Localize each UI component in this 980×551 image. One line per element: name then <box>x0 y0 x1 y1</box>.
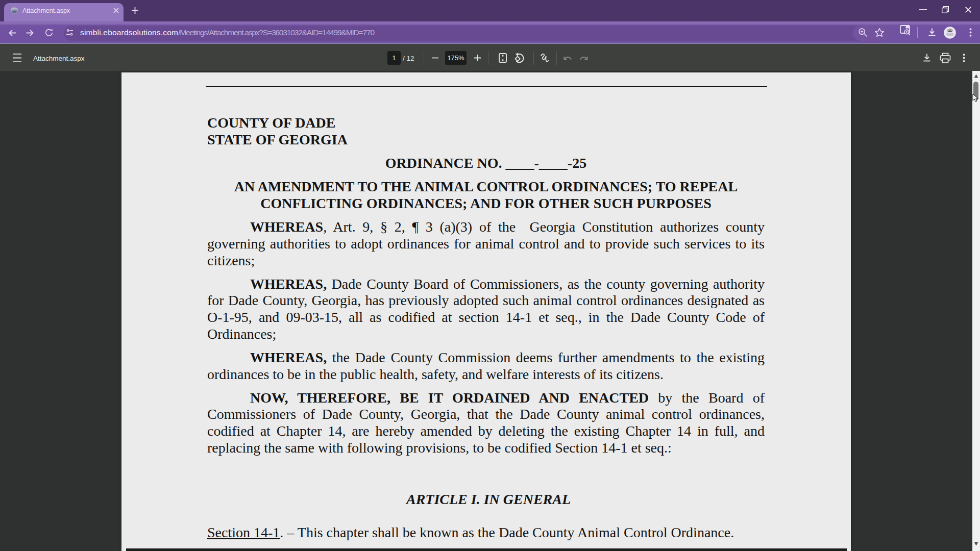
svg-text:BOE: BOE <box>947 29 952 32</box>
